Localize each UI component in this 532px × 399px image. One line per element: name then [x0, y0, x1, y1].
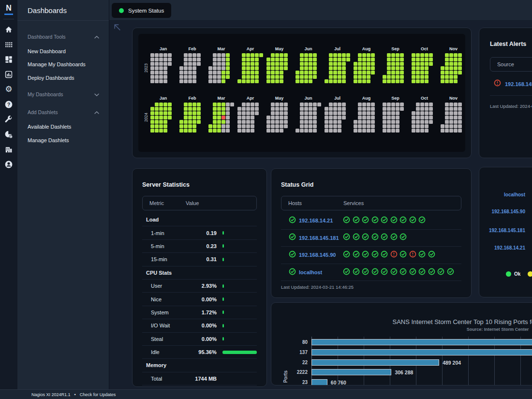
- host-axis-label-192-168-145-181[interactable]: 192.168.145.181: [479, 228, 525, 233]
- day-cell[interactable]: [251, 66, 254, 70]
- day-cell[interactable]: [400, 71, 404, 74]
- day-cell[interactable]: [309, 58, 312, 61]
- day-cell[interactable]: [155, 124, 159, 128]
- day-cell[interactable]: [358, 120, 362, 124]
- day-cell[interactable]: [342, 103, 346, 106]
- day-cell[interactable]: [159, 79, 163, 83]
- day-cell[interactable]: [217, 111, 221, 115]
- day-cell[interactable]: [271, 79, 275, 83]
- day-cell[interactable]: [208, 79, 212, 83]
- day-cell[interactable]: [383, 124, 386, 128]
- day-cell[interactable]: [213, 62, 217, 66]
- day-cell[interactable]: [275, 75, 279, 79]
- day-cell[interactable]: [329, 111, 333, 115]
- day-cell[interactable]: [275, 111, 279, 115]
- service-ok-icon[interactable]: [418, 251, 426, 260]
- day-cell[interactable]: [150, 53, 154, 57]
- day-cell[interactable]: [222, 120, 225, 124]
- service-ok-icon[interactable]: [381, 251, 388, 260]
- day-cell[interactable]: [213, 120, 217, 124]
- day-cell[interactable]: [246, 107, 250, 111]
- host-axis-label-192-168-145-90[interactable]: 192.168.145.90: [479, 209, 525, 214]
- day-cell[interactable]: [420, 58, 424, 61]
- day-cell[interactable]: [313, 53, 317, 57]
- day-cell[interactable]: [192, 66, 196, 70]
- day-cell[interactable]: [396, 62, 399, 66]
- day-cell[interactable]: [237, 107, 241, 111]
- day-cell[interactable]: [300, 111, 304, 115]
- day-cell[interactable]: [184, 111, 188, 115]
- day-cell[interactable]: [150, 79, 154, 83]
- day-cell[interactable]: [371, 120, 375, 124]
- day-cell[interactable]: [300, 53, 304, 57]
- day-cell[interactable]: [192, 75, 196, 79]
- day-cell[interactable]: [255, 75, 259, 79]
- day-cell[interactable]: [358, 107, 362, 111]
- day-cell[interactable]: [246, 120, 250, 124]
- day-cell[interactable]: [300, 116, 304, 119]
- day-cell[interactable]: [420, 75, 424, 79]
- day-cell[interactable]: [242, 75, 246, 79]
- day-cell[interactable]: [246, 116, 250, 119]
- day-cell[interactable]: [163, 71, 167, 74]
- day-cell[interactable]: [155, 116, 159, 119]
- day-cell[interactable]: [449, 58, 453, 61]
- day-cell[interactable]: [271, 120, 275, 124]
- day-cell[interactable]: [371, 66, 375, 70]
- service-critical-icon[interactable]: [390, 251, 398, 260]
- sidebar-item-new-dashboard[interactable]: New Dashboard: [17, 44, 109, 58]
- day-cell[interactable]: [333, 103, 337, 106]
- day-cell[interactable]: [168, 116, 172, 119]
- day-cell[interactable]: [445, 66, 449, 70]
- day-cell[interactable]: [313, 120, 317, 124]
- day-cell[interactable]: [313, 111, 317, 115]
- day-cell[interactable]: [275, 116, 279, 119]
- help-icon[interactable]: ?: [4, 100, 13, 109]
- day-cell[interactable]: [163, 116, 167, 119]
- service-ok-icon[interactable]: [343, 251, 350, 260]
- day-cell[interactable]: [159, 71, 163, 74]
- day-cell[interactable]: [255, 79, 259, 83]
- day-cell[interactable]: [159, 53, 163, 57]
- day-cell[interactable]: [192, 107, 196, 111]
- day-cell[interactable]: [159, 107, 163, 111]
- day-cell[interactable]: [226, 66, 230, 70]
- day-cell[interactable]: [338, 79, 341, 83]
- day-cell[interactable]: [346, 58, 350, 61]
- day-cell[interactable]: [329, 120, 333, 124]
- day-cell[interactable]: [449, 79, 453, 83]
- day-cell[interactable]: [391, 66, 395, 70]
- day-cell[interactable]: [313, 58, 317, 61]
- day-cell[interactable]: [280, 124, 283, 128]
- day-cell[interactable]: [400, 62, 404, 66]
- service-ok-icon[interactable]: [353, 216, 360, 225]
- day-cell[interactable]: [284, 116, 288, 119]
- service-ok-icon[interactable]: [428, 251, 435, 260]
- day-cell[interactable]: [391, 107, 395, 111]
- day-cell[interactable]: [255, 103, 259, 106]
- day-cell[interactable]: [155, 58, 159, 61]
- chart-bar-port-22[interactable]: [311, 359, 439, 366]
- service-ok-icon[interactable]: [437, 268, 444, 277]
- day-cell[interactable]: [226, 53, 230, 57]
- day-cell[interactable]: [420, 66, 424, 70]
- day-cell[interactable]: [188, 107, 192, 111]
- day-cell[interactable]: [266, 75, 270, 79]
- day-cell[interactable]: [420, 111, 424, 115]
- day-cell[interactable]: [412, 62, 415, 66]
- day-cell[interactable]: [458, 124, 462, 128]
- day-cell[interactable]: [197, 62, 201, 66]
- day-cell[interactable]: [217, 120, 221, 124]
- day-cell[interactable]: [242, 120, 246, 124]
- day-cell[interactable]: [259, 53, 263, 57]
- day-cell[interactable]: [441, 79, 444, 83]
- day-cell[interactable]: [362, 75, 366, 79]
- day-cell[interactable]: [197, 107, 201, 111]
- service-ok-icon[interactable]: [381, 233, 388, 242]
- day-cell[interactable]: [197, 116, 201, 119]
- day-cell[interactable]: [226, 111, 230, 115]
- service-ok-icon[interactable]: [390, 268, 398, 277]
- day-cell[interactable]: [163, 124, 167, 128]
- day-cell[interactable]: [251, 53, 254, 57]
- day-cell[interactable]: [188, 103, 192, 106]
